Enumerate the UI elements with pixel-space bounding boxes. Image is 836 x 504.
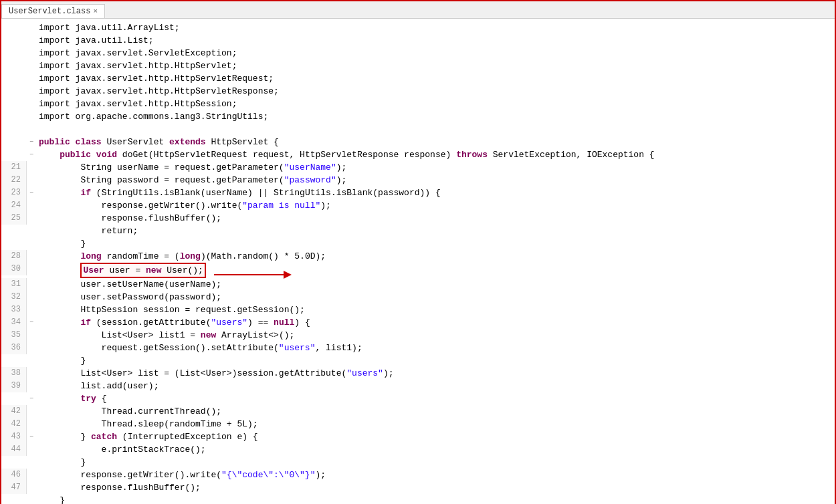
- tab-close-button[interactable]: ×: [93, 7, 98, 15]
- code-token: user.setPassword(password);: [39, 292, 221, 302]
- line-number: 31: [1, 278, 27, 291]
- code-token: (session.getAttribute(: [96, 318, 211, 328]
- table-row: − public void doGet(HttpServletRequest r…: [1, 148, 835, 161]
- line-number: 46: [1, 469, 27, 481]
- line-number: 35: [1, 329, 27, 342]
- collapse-icon[interactable]: −: [27, 148, 36, 161]
- table-row: 30 User user = new User();: [1, 263, 835, 278]
- line-number: 42: [1, 405, 27, 418]
- line-number: 44: [1, 443, 27, 456]
- table-row: return;: [1, 225, 835, 237]
- table-row: }: [1, 494, 835, 504]
- code-content: if (StringUtils.isBlank(userName) || Str…: [36, 186, 835, 199]
- line-number: 23: [1, 186, 27, 199]
- code-token: );: [383, 368, 394, 378]
- code-token: HttpSession session = request.getSession…: [39, 305, 305, 315]
- table-row: import javax.servlet.http.HttpServlet;: [1, 59, 835, 72]
- code-token: list.add(user);: [39, 381, 159, 391]
- code-token: Thread.sleep(randomTime + 5L);: [39, 419, 258, 429]
- code-token: long: [80, 251, 106, 261]
- code-content: import javax.servlet.http.HttpServlet;: [36, 59, 835, 72]
- code-token: import java.util.List;: [39, 35, 154, 45]
- collapse-icon[interactable]: −: [27, 392, 36, 405]
- code-token: );: [320, 201, 331, 211]
- code-content: String userName = request.getParameter("…: [36, 161, 835, 174]
- line-number: 28: [1, 250, 27, 263]
- table-row: 43− } catch (InterruptedException e) {: [1, 430, 835, 443]
- table-row: 31 user.setUserName(userName);: [1, 278, 835, 291]
- main-window: UserServlet.class × import java.util.Arr…: [0, 0, 836, 504]
- code-content: }: [36, 237, 835, 250]
- code-content: }: [36, 456, 835, 469]
- collapse-icon[interactable]: −: [27, 186, 36, 199]
- code-token: return;: [39, 226, 138, 236]
- code-token: ServletException, IOException {: [493, 150, 655, 160]
- code-token: import javax.servlet.http.HttpServletRes…: [39, 86, 279, 96]
- code-token: (StringUtils.isBlank(userName) || String…: [96, 188, 441, 198]
- code-token: );: [336, 175, 347, 185]
- code-token: ArrayList<>();: [221, 330, 294, 340]
- table-row: 25 response.flushBuffer();: [1, 212, 835, 225]
- code-content: import javax.servlet.http.HttpServletRes…: [36, 85, 835, 98]
- code-token: null: [274, 318, 294, 328]
- code-token: }: [39, 239, 86, 249]
- code-token: import javax.servlet.http.HttpServlet;: [39, 61, 237, 71]
- table-row: }: [1, 237, 835, 250]
- code-token: )(Math.random() * 5.0D);: [201, 251, 326, 261]
- line-number: 47: [1, 481, 27, 494]
- highlighted-code: User user = new User();: [80, 263, 205, 278]
- code-token: );: [315, 470, 326, 480]
- code-content: list.add(user);: [36, 380, 835, 392]
- table-row: 38 List<User> list = (List<User>)session…: [1, 367, 835, 380]
- table-row: − try {: [1, 392, 835, 405]
- code-token: HttpServlet {: [211, 137, 278, 147]
- collapse-icon[interactable]: −: [27, 316, 36, 329]
- code-token: ) ==: [247, 318, 274, 328]
- table-row: 39 list.add(user);: [1, 380, 835, 392]
- table-row: 42 Thread.sleep(randomTime + 5L);: [1, 418, 835, 430]
- code-token: request.getSession().setAttribute(: [39, 343, 279, 353]
- table-row: import javax.servlet.http.HttpSession;: [1, 98, 835, 110]
- collapse-icon[interactable]: −: [27, 430, 36, 443]
- code-content: [36, 123, 835, 136]
- code-token: doGet(HttpServletRequest request, HttpSe…: [122, 150, 456, 160]
- table-row: 44 e.printStackTrace();: [1, 443, 835, 456]
- code-token: class: [76, 137, 107, 147]
- code-token: List<User> list = (List<User>)session.ge…: [39, 368, 346, 378]
- code-token: if: [80, 188, 96, 198]
- code-token: response.getWriter().write(: [39, 470, 221, 480]
- code-token: "users": [279, 343, 316, 353]
- code-content: user.setPassword(password);: [36, 291, 835, 303]
- code-content: public void doGet(HttpServletRequest req…: [36, 148, 835, 161]
- code-token: "{\"code\":\"0\"}": [221, 470, 315, 480]
- code-content: import javax.servlet.ServletException;: [36, 47, 835, 59]
- collapse-icon[interactable]: −: [27, 136, 36, 148]
- code-token: [39, 394, 80, 404]
- code-token: if: [80, 318, 96, 328]
- code-content: user.setUserName(userName);: [36, 278, 835, 291]
- table-row: 46 response.getWriter().write("{\"code\"…: [1, 469, 835, 481]
- code-content: }: [36, 494, 835, 504]
- code-token: randomTime = (: [106, 251, 179, 261]
- table-row: 23− if (StringUtils.isBlank(userName) ||…: [1, 186, 835, 199]
- table-row: }: [1, 354, 835, 367]
- line-number: 22: [1, 174, 27, 186]
- code-editor: import java.util.ArrayList;import java.u…: [1, 19, 835, 504]
- code-content: import javax.servlet.http.HttpServletReq…: [36, 72, 835, 85]
- line-number: 30: [1, 263, 27, 275]
- code-token: );: [336, 162, 347, 172]
- code-content: return;: [36, 225, 835, 237]
- code-token: response.getWriter().write(: [39, 201, 242, 211]
- code-token: }: [39, 356, 86, 366]
- line-number: 32: [1, 291, 27, 303]
- code-token: void: [96, 150, 122, 160]
- code-token: (InterruptedException e) {: [122, 432, 258, 442]
- code-token: response.flushBuffer();: [39, 213, 221, 223]
- code-token: "users": [346, 368, 383, 378]
- code-token: [39, 188, 80, 198]
- code-token: [39, 251, 80, 261]
- table-row: [1, 123, 835, 136]
- code-token: response.flushBuffer();: [39, 483, 201, 493]
- code-token: [39, 318, 80, 328]
- file-tab[interactable]: UserServlet.class ×: [1, 4, 105, 18]
